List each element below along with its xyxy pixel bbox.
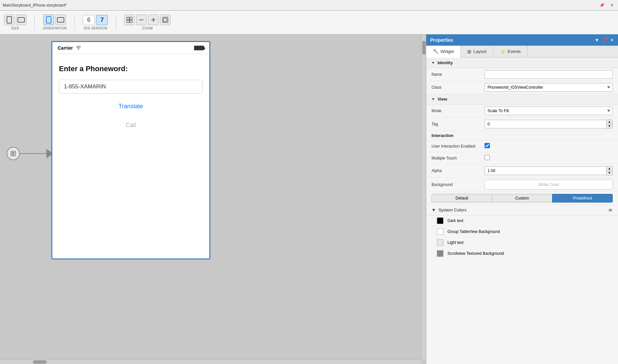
zoom-plus-button[interactable] [148,15,159,25]
scrollview-label: Scrollview Textured Background [447,251,504,256]
panel-pin-icon[interactable]: 📌 [602,37,607,43]
multiple-touch-checkbox[interactable] [485,155,490,160]
canvas-vscroll[interactable] [421,34,426,359]
bg-predefined-button[interactable]: Predefined [552,194,613,203]
tag-input[interactable] [485,120,606,128]
system-colors-header[interactable]: ▼ System Colors [426,205,618,215]
call-button[interactable]: Call [59,119,203,131]
orientation-icons [43,15,66,25]
svg-rect-12 [164,18,167,22]
panel-tabs: 🔧 Widget ⊞ Layout ⚡ Events [426,46,618,58]
color-item-light-text[interactable]: Light text [426,237,618,248]
panel-title: Properties [430,37,453,43]
tag-spinner: ▲ ▼ [485,119,613,129]
background-color-text: White Color [538,182,559,187]
translate-button[interactable]: Translate [59,100,203,113]
interaction-title: Interaction [432,133,453,138]
view-section-header[interactable]: ▼ View [426,94,618,105]
size-landscape-button[interactable] [16,15,26,25]
zoom-group: ZOOM [124,15,171,30]
tab-events[interactable]: ⚡ Events [493,46,528,57]
tag-increment-button[interactable]: ▲ [606,120,612,124]
phoneword-input[interactable]: 1-855-XAMARIN [59,80,203,94]
events-tab-label: Events [508,49,521,54]
close-button[interactable]: ✕ [609,2,615,8]
group-tableview-swatch [437,228,443,235]
document-title: MainStoryboard_iPhone.storyboard* [3,3,595,8]
background-color-display[interactable]: White Color [485,180,613,190]
user-interaction-checkbox[interactable] [485,143,490,148]
class-select[interactable]: Phoneworld_iOSViewController [485,83,613,92]
zoom-minus-button[interactable] [136,15,147,25]
ios-v7-button[interactable]: 7 [96,15,108,25]
bg-default-button[interactable]: Default [432,194,492,203]
tag-row: Tag ▲ ▼ [426,117,618,131]
dark-text-swatch [437,217,443,224]
user-interaction-value [485,143,613,149]
view-section-label: View [438,97,447,102]
tab-layout[interactable]: ⊞ Layout [461,46,493,57]
ios-v6-button[interactable]: 6 [83,15,95,25]
background-label: Background [432,182,485,187]
class-label: Class [432,85,485,90]
orientation-group: ORIENTATION [43,15,67,30]
pin-button[interactable]: 📌 [598,2,606,8]
panel-content[interactable]: ▼ Identity Name Class Phoneworld_iOSView… [426,58,618,364]
canvas-hscroll[interactable] [0,359,421,364]
size-group: SIZE [4,15,26,30]
properties-panel: Properties ▼ 📌 ✕ 🔧 Widget ⊞ Layout ⚡ Eve… [426,34,618,364]
zoom-full-button[interactable] [160,15,171,25]
name-input[interactable] [485,70,613,79]
title-bar: MainStoryboard_iPhone.storyboard* 📌 ✕ [0,0,618,11]
class-value: Phoneworld_iOSViewController [485,83,613,92]
canvas-area[interactable]: Carrier Enter a Phoneword: 1-855- [0,34,426,364]
svg-rect-3 [57,18,64,22]
layout-tab-label: Layout [473,49,486,54]
battery-icon [194,46,204,50]
separator-1 [34,15,35,30]
svg-rect-16 [12,154,14,155]
multiple-touch-label: Multiple Touch [432,156,485,160]
ios-version-icons: 6 7 [83,15,108,25]
zoom-icons [124,15,171,25]
tag-decrement-button[interactable]: ▼ [606,124,612,128]
system-colors-scroll[interactable] [609,209,613,211]
svg-rect-2 [46,17,51,23]
alpha-increment-button[interactable]: ▲ [606,166,612,171]
tag-value: ▲ ▼ [485,119,613,129]
tab-widget[interactable]: 🔧 Widget [426,46,461,58]
alpha-spinner-btns: ▲ ▼ [606,166,613,175]
toolbar: SIZE ORIENTATION 6 7 iOS VERSION [0,11,618,34]
ios-version-label: iOS VERSION [84,26,107,30]
alpha-decrement-button[interactable]: ▼ [606,171,612,175]
mode-select[interactable]: Scale To Fill [485,107,613,115]
user-interaction-label: User Interaction Enabled [432,144,485,149]
alpha-value: ▲ ▼ [485,166,613,175]
layout-tab-icon: ⊞ [467,49,471,54]
panel-dropdown-icon[interactable]: ▼ [594,37,599,43]
panel-close-icon[interactable]: ✕ [610,37,614,43]
bg-custom-button[interactable]: Custom [492,194,552,203]
zoom-fit-button[interactable] [124,15,135,25]
tag-spinner-btns: ▲ ▼ [606,119,613,129]
name-value [485,70,613,79]
color-item-group-tableview[interactable]: Group TableView Background [426,226,618,237]
separator-3 [116,15,116,30]
color-item-scrollview[interactable]: Scrollview Textured Background [426,248,618,259]
system-colors-label: System Colors [438,207,467,212]
orientation-landscape-button[interactable] [55,15,66,25]
orientation-portrait-button[interactable] [43,15,54,25]
color-item-dark-text[interactable]: Dark text [426,215,618,226]
iphone-content: Enter a Phoneword: 1-855-XAMARIN Transla… [52,54,209,258]
alpha-input[interactable] [485,166,606,175]
alpha-label: Alpha [432,168,485,173]
widget-tab-icon: 🔧 [433,49,438,54]
svg-rect-1 [18,18,25,22]
storyboard-canvas: Carrier Enter a Phoneword: 1-855- [0,34,426,259]
view-arrow-icon: ▼ [432,97,435,101]
orientation-label: ORIENTATION [43,26,67,30]
size-portrait-button[interactable] [4,15,15,25]
alpha-spinner: ▲ ▼ [485,166,613,175]
identity-section-header[interactable]: ▼ Identity [426,58,618,68]
size-icons [4,15,26,25]
